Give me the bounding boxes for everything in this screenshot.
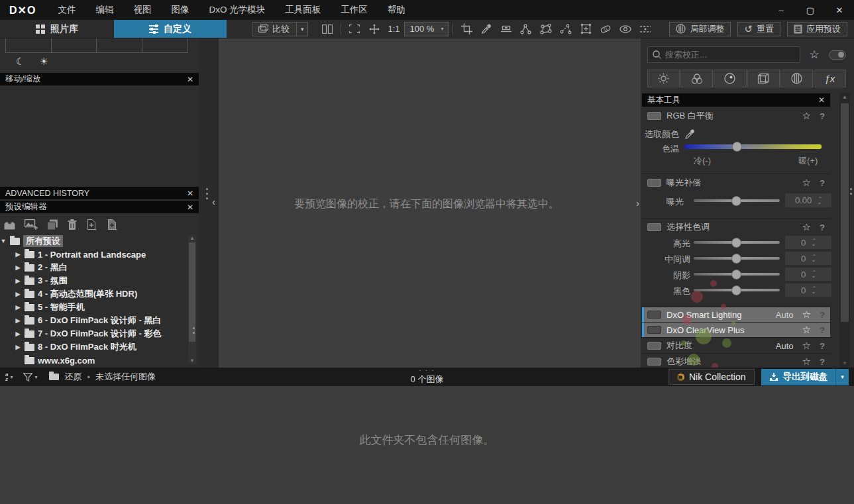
favorite-star-icon[interactable]: ☆ [802,177,811,189]
help-icon[interactable]: ? [820,357,825,367]
expand-icon[interactable]: ▶ [15,291,21,297]
expand-icon[interactable]: ▶ [15,277,21,284]
zoom-level-select[interactable]: 100 % ▾ [404,22,450,36]
smart-lighting-checkbox[interactable] [647,311,661,319]
tab-effects[interactable]: ƒx [814,70,846,87]
menu-view[interactable]: 视图 [123,4,161,16]
menu-file[interactable]: 文件 [48,4,85,16]
selective-tone-checkbox[interactable] [647,223,661,231]
blacks-slider-handle[interactable] [731,285,741,295]
import-preset-file-icon[interactable] [86,219,97,230]
crop-icon[interactable] [456,21,476,37]
menu-edit[interactable]: 编辑 [85,4,123,16]
shadow-clipping-icon[interactable]: ☾ [16,56,25,68]
active-corrections-toggle[interactable] [829,50,846,60]
export-preset-file-icon[interactable] [107,219,118,230]
expand-icon[interactable]: ▶ [15,264,21,271]
filter-button[interactable]: ▾ [23,373,37,381]
import-preset-icon[interactable] [4,220,15,230]
tab-photo-library[interactable]: 照片库 [0,20,114,38]
scroll-down-icon[interactable]: ▼ [839,360,850,366]
histogram-channel-cells[interactable] [5,38,188,53]
exposure-value-box[interactable]: 0.00 ⌃⌄ [785,193,831,207]
help-icon[interactable]: ? [820,310,825,320]
shadows-slider-handle[interactable] [731,270,741,279]
minimize-button[interactable]: – [767,0,796,20]
create-preset-from-image-icon[interactable] [25,219,38,230]
temperature-slider-handle[interactable] [732,142,742,152]
tab-color[interactable] [680,70,713,87]
right-edge-grip[interactable] [850,188,852,195]
favorite-star-icon[interactable]: ☆ [802,324,811,336]
expand-icon[interactable]: ▶ [15,330,21,337]
right-panel-splitter[interactable]: › [635,38,641,368]
sort-button[interactable]: az ▾ [5,372,13,381]
shadows-value-box[interactable]: 0 ⌃⌄ [785,268,831,281]
highlight-clipping-icon[interactable]: ☀ [39,56,48,68]
tree-item-hdr[interactable]: ▶ 4 - 高动态范围(单张 HDR) [0,287,187,301]
essential-tools-close-icon[interactable]: ✕ [818,95,825,105]
advanced-history-close-icon[interactable]: ✕ [187,189,193,198]
left-splitter-grip[interactable] [193,327,195,334]
selective-tone-row[interactable]: 选择性色调 ☆ ? [642,220,830,234]
control-polyline-icon[interactable] [556,21,576,37]
contrast-row[interactable]: 对比度 Auto ☆ ? [642,338,830,353]
red-eye-icon[interactable] [615,21,635,37]
tree-item-filmpack-bw[interactable]: ▶ 6 - DxO FilmPack 设计师 - 黑白 [0,314,187,327]
spin-down-icon[interactable]: ⌄ [811,242,816,246]
pan-move-icon[interactable] [364,21,384,37]
spin-down-icon[interactable]: ⌄ [811,258,816,262]
browser-resize-grip[interactable]: · · · [419,369,435,372]
scroll-up-icon[interactable]: ▲ [839,94,850,100]
splitter-grip[interactable] [206,188,208,199]
expand-icon[interactable]: ▶ [15,344,21,350]
tree-item-black-white[interactable]: ▶ 2 - 黑白 [0,261,187,274]
delete-preset-icon[interactable] [68,219,77,230]
collapse-right-panel-icon[interactable]: › [636,197,639,209]
preset-tree-scrollbar[interactable]: ▲ ▼ [188,234,196,364]
tree-item-all-presets[interactable]: ▼ 所有预设 [0,234,187,248]
scroll-down-icon[interactable]: ▼ [188,358,196,364]
export-to-disk-button[interactable]: 导出到磁盘 ▾ [761,369,849,385]
color-rendering-row[interactable]: 色彩增强 ☆ ? [642,354,830,369]
export-dropdown[interactable]: ▾ [835,369,849,385]
left-panel-splitter[interactable]: ‹ [199,38,219,368]
split-view-icon[interactable] [317,21,337,37]
exposure-compensation-row[interactable]: 曝光补偿 ☆ ? [642,176,830,190]
tab-geometry[interactable] [747,70,780,87]
clearview-plus-row[interactable]: DxO ClearView Plus ☆ ? [642,323,830,337]
control-points-icon[interactable] [516,21,536,37]
favorite-star-icon[interactable]: ☆ [802,221,811,233]
apply-preset-button[interactable]: 应用预设 [787,22,847,36]
close-button[interactable]: ✕ [825,0,854,20]
local-adjustments-button[interactable]: 局部调整 [669,22,731,36]
tab-light[interactable] [647,70,680,87]
exposure-slider-handle[interactable] [731,196,741,206]
preset-editor-close-icon[interactable]: ✕ [187,203,193,212]
zoom-1to1-button[interactable]: 1:1 [384,21,404,37]
menu-help[interactable]: 帮助 [378,4,415,16]
right-panel-scrollbar[interactable]: ▲ ▼ [839,93,850,368]
duplicate-preset-icon[interactable] [47,219,58,230]
help-icon[interactable]: ? [820,325,825,335]
tree-item-filmpack-timemachine[interactable]: ▶ 8 - DxO FilmPack 时光机 [0,340,187,354]
tree-item-x6g[interactable]: www.x6g.com [0,354,187,367]
compare-dropdown[interactable]: ▾ [296,23,304,36]
spin-down-icon[interactable]: ⌄ [817,201,822,204]
white-balance-row[interactable]: RGB 白平衡 ☆ ? [642,109,830,123]
nik-collection-button[interactable]: Nik Collection [668,369,755,385]
menu-image[interactable]: 图像 [161,4,199,16]
favorite-star-icon[interactable]: ☆ [802,309,811,321]
favorites-filter-icon[interactable]: ☆ [810,48,820,62]
color-rendering-checkbox[interactable] [647,358,661,366]
search-corrections-input[interactable] [665,50,795,60]
local-adjust-mask-icon[interactable] [635,21,655,37]
maximize-button[interactable]: ▢ [796,0,825,20]
expand-icon[interactable]: ▶ [15,317,21,324]
tree-item-atmosphere[interactable]: ▶ 3 - 氛围 [0,274,187,287]
menu-workspace[interactable]: 工作区 [331,4,378,16]
highlights-value-box[interactable]: 0 ⌃⌄ [785,236,831,249]
scrollbar-thumb[interactable] [841,103,849,322]
temperature-slider-track[interactable] [684,144,822,149]
blacks-value-box[interactable]: 0 ⌃⌄ [785,283,831,297]
